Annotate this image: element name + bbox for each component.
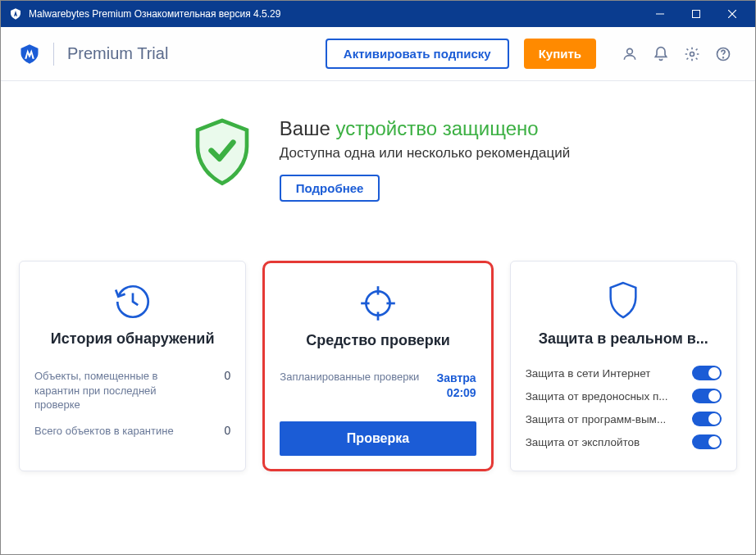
toggle-web-protection: Защита в сети Интернет	[526, 366, 722, 380]
history-quarantine-total: Всего объектов в карантине 0	[34, 424, 230, 439]
bell-icon[interactable]	[647, 40, 675, 68]
toggle-exploit-protection: Защита от эксплойтов	[526, 434, 722, 449]
toggle-switch[interactable]	[692, 389, 722, 403]
svg-point-4	[627, 48, 633, 54]
gear-icon[interactable]	[678, 40, 706, 68]
status-text: Ваше устройство защищено Доступна одна и…	[280, 117, 570, 202]
buy-button[interactable]: Купить	[524, 39, 596, 69]
protection-title: Защита в реальном в...	[526, 330, 722, 348]
account-icon[interactable]	[616, 40, 644, 68]
protection-card[interactable]: Защита в реальном в... Защита в сети Инт…	[510, 261, 737, 471]
crosshair-icon	[280, 280, 476, 327]
status-subtitle: Доступна одна или несколько рекомендаций	[280, 145, 570, 161]
status-heading: Ваше устройство защищено	[280, 117, 570, 140]
app-icon	[9, 7, 22, 20]
minimize-button[interactable]	[642, 1, 678, 27]
maximize-button[interactable]	[678, 1, 714, 27]
help-icon[interactable]	[709, 40, 737, 68]
history-quarantine-recent: Объекты, помещенные в карантин при после…	[34, 369, 230, 412]
svg-point-7	[723, 57, 724, 57]
history-icon	[34, 278, 230, 325]
svg-point-8	[366, 291, 389, 315]
scheduled-scan-value: Завтра02:09	[436, 371, 476, 400]
brand-label: Premium Trial	[67, 44, 317, 63]
logo-icon	[17, 42, 42, 66]
brand-divider	[53, 43, 54, 66]
scanner-title: Средство проверки	[280, 332, 476, 349]
toggle-ransomware-protection: Защита от программ-вым...	[526, 412, 722, 426]
toggle-switch[interactable]	[692, 434, 722, 449]
main-area: Ваше устройство защищено Доступна одна и…	[1, 81, 755, 471]
toggle-switch[interactable]	[692, 412, 722, 426]
scan-button[interactable]: Проверка	[280, 421, 476, 456]
svg-rect-1	[693, 11, 700, 18]
close-button[interactable]	[714, 1, 750, 27]
svg-point-5	[690, 52, 695, 56]
scheduled-scan-row: Запланированные проверки Завтра02:09	[280, 371, 476, 400]
window-title: Malwarebytes Premium Ознакомительная вер…	[29, 8, 642, 20]
history-title: История обнаружений	[34, 330, 230, 348]
history-card[interactable]: История обнаружений Объекты, помещенные …	[19, 261, 246, 471]
status-row: Ваше устройство защищено Доступна одна и…	[186, 117, 570, 202]
titlebar: Malwarebytes Premium Ознакомительная вер…	[1, 1, 755, 27]
toggle-switch[interactable]	[692, 366, 722, 380]
shield-check-icon	[186, 117, 258, 189]
activate-subscription-button[interactable]: Активировать подписку	[326, 39, 509, 69]
cards-row: История обнаружений Объекты, помещенные …	[1, 261, 755, 471]
toggle-malware-protection: Защита от вредоносных п...	[526, 389, 722, 403]
details-button[interactable]: Подробнее	[280, 175, 380, 202]
scanner-card[interactable]: Средство проверки Запланированные провер…	[262, 261, 493, 471]
shield-icon	[526, 278, 722, 325]
header: Premium Trial Активировать подписку Купи…	[1, 27, 755, 81]
